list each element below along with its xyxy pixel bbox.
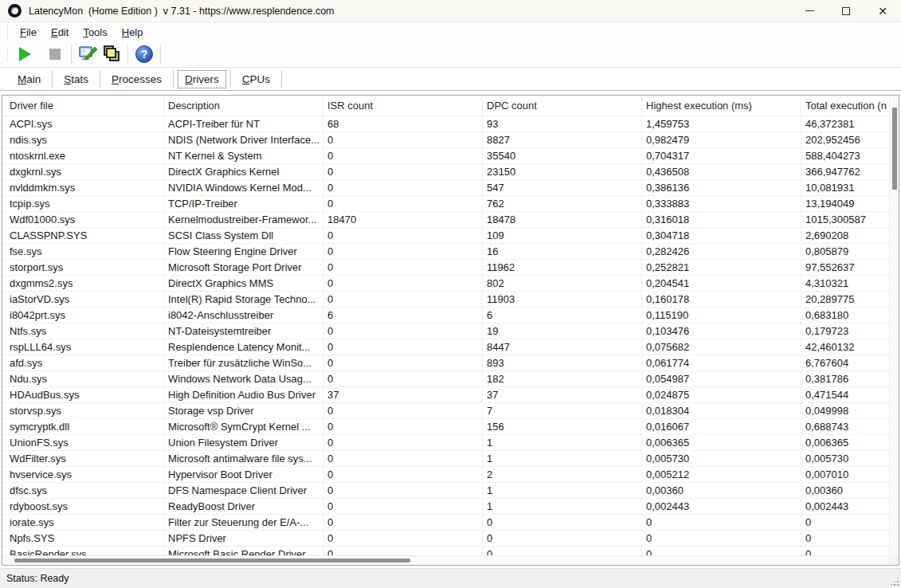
minimize-button[interactable] [791, 0, 828, 22]
column-header-total-execution[interactable]: Total execution (n [801, 96, 889, 116]
table-row[interactable]: storvsp.sysStorage vsp Driver070,0183040… [2, 403, 889, 419]
table-row[interactable]: iaStorVD.sysIntel(R) Rapid Storage Techn… [2, 292, 889, 308]
table-cell: 0,304718 [642, 228, 801, 244]
tab-processes[interactable]: Processes [105, 71, 168, 88]
table-cell: SCSI Class System Dll [164, 228, 323, 244]
table-cell: rspLLL64.sys [2, 339, 164, 355]
tab-separator [52, 70, 53, 88]
toolbar-separator [71, 45, 72, 64]
table-row[interactable]: BasicRender.sysMicrosoft Basic Render Dr… [2, 547, 889, 555]
table-cell: 1,459753 [642, 116, 801, 132]
vertical-scrollbar[interactable] [889, 96, 899, 555]
table-row[interactable]: CLASSPNP.SYSSCSI Class System Dll01090,3… [2, 228, 889, 244]
table-cell: 0,016067 [642, 419, 801, 435]
table-row[interactable]: WdFilter.sysMicrosoft antimalware file s… [2, 451, 889, 467]
table-row[interactable]: Ndu.sysWindows Network Data Usag...01820… [2, 371, 889, 387]
tab-main[interactable]: Main [11, 71, 47, 88]
table-row[interactable]: rspLLL64.sysResplendence Latency Monit..… [2, 339, 889, 355]
table-cell: 0 [323, 244, 483, 260]
table-cell: Flow Steering Engine Driver [164, 244, 323, 260]
horizontal-scrollbar-thumb[interactable] [14, 559, 410, 563]
table-cell: 0 [323, 499, 483, 515]
table-cell: NPFS Driver [164, 531, 323, 547]
table-row[interactable]: ndis.sysNDIS (Network Driver Interface..… [2, 132, 889, 148]
tab-drivers[interactable]: Drivers [178, 71, 225, 88]
table-cell: 19 [483, 323, 642, 339]
window-title: LatencyMon (Home Edition ) v 7.31 - http… [29, 6, 335, 17]
table-row[interactable]: rdyboost.sysReadyBoost Driver010,0024430… [2, 499, 889, 515]
maximize-button[interactable] [828, 0, 864, 22]
help-button[interactable]: ? [132, 43, 156, 65]
table-cell: 0,436508 [642, 164, 801, 180]
vertical-scrollbar-thumb[interactable] [892, 108, 897, 190]
table-cell: 0,007010 [801, 467, 889, 483]
table-cell: 0,054987 [642, 371, 801, 387]
table-row[interactable]: Wdf01000.sysKernelmodustreiber-Framewor.… [2, 212, 889, 228]
close-button[interactable]: ✕ [864, 0, 901, 22]
table-row[interactable]: UnionFS.sysUnion Filesystem Driver010,00… [2, 435, 889, 451]
table-row[interactable]: dxgmms2.sysDirectX Graphics MMS08020,204… [2, 276, 889, 292]
start-monitor-button[interactable] [13, 43, 37, 65]
table-row[interactable]: Ntfs.sysNT-Dateisystemtreiber0190,103476… [2, 323, 889, 339]
table-cell: 10,081931 [801, 180, 889, 196]
table-row[interactable]: HDAudBus.sysHigh Definition Audio Bus Dr… [2, 387, 889, 403]
table-cell: 0 [323, 435, 483, 451]
table-cell: 1 [483, 451, 642, 467]
tab-separator [281, 70, 282, 88]
table-row[interactable]: fse.sysFlow Steering Engine Driver0160,2… [2, 244, 889, 260]
stop-monitor-button[interactable] [43, 43, 67, 65]
tab-stats[interactable]: Stats [57, 71, 95, 88]
menu-help[interactable]: Help [115, 25, 151, 40]
table-row[interactable]: ACPI.sysACPI-Treiber für NT68931,4597534… [2, 116, 889, 132]
table-row[interactable]: dxgkrnl.sysDirectX Graphics Kernel023150… [2, 164, 889, 180]
table-cell: 0,316018 [642, 212, 801, 228]
table-cell: 0 [801, 531, 889, 547]
table-row[interactable]: afd.sysTreiber für zusätzliche WinSo...0… [2, 355, 889, 371]
menu-tools[interactable]: Tools [76, 25, 114, 40]
column-header-highest-execution[interactable]: Highest execution (ms) [642, 96, 801, 116]
table-cell: NDIS (Network Driver Interface... [164, 132, 323, 148]
options-button[interactable] [76, 43, 100, 65]
menu-edit[interactable]: Edit [44, 25, 76, 40]
table-row[interactable]: hvservice.sysHypervisor Boot Driver020,0… [2, 467, 889, 483]
table-cell: 0,005730 [642, 451, 801, 467]
table-row[interactable]: tcpip.sysTCP/IP-Treiber07620,33388313,19… [2, 196, 889, 212]
table-cell: DirectX Graphics MMS [164, 276, 323, 292]
table-row[interactable]: storport.sysMicrosoft Storage Port Drive… [2, 260, 889, 276]
horizontal-scrollbar[interactable] [2, 555, 889, 565]
menu-file[interactable]: File [13, 25, 44, 40]
table-cell: 0 [483, 531, 642, 547]
table-cell: 8827 [483, 132, 642, 148]
table-cell: 18478 [483, 212, 642, 228]
table-row[interactable]: i8042prt.sysi8042-Anschlusstreiber660,11… [2, 308, 889, 323]
column-header-driver-file[interactable]: Driver file [2, 96, 164, 116]
column-header-isr-count[interactable]: ISR count [323, 96, 483, 116]
table-cell: 109 [483, 228, 642, 244]
table-cell: 547 [483, 180, 642, 196]
table-cell: 0,704317 [642, 148, 801, 164]
table-cell: 0,061774 [642, 355, 801, 371]
table-row[interactable]: Npfs.SYSNPFS Driver0000 [2, 531, 889, 547]
stay-on-top-button[interactable] [100, 43, 123, 65]
tab-cpus[interactable]: CPUs [236, 71, 276, 88]
resize-grip[interactable] [891, 578, 899, 586]
table-cell: 1 [483, 483, 642, 499]
column-header-description[interactable]: Description [164, 96, 323, 116]
table-row[interactable]: symcryptk.dllMicrosoft® SymCrypt Kernel … [2, 419, 889, 435]
table-row[interactable]: iorate.sysFilter zur Steuerung der E/A-.… [2, 515, 889, 531]
table-row[interactable]: ntoskrnl.exeNT Kernel & System0355400,70… [2, 148, 889, 164]
table-cell: afd.sys [2, 355, 164, 371]
table-cell: Npfs.SYS [2, 531, 164, 547]
table-row[interactable]: dfsc.sysDFS Namespace Client Driver010,0… [2, 483, 889, 499]
table-row[interactable]: nvlddmkm.sysNVIDIA Windows Kernel Mod...… [2, 180, 889, 196]
table-cell: 46,372381 [801, 116, 889, 132]
table-cell: 0 [323, 371, 483, 387]
driver-table-body: ACPI.sysACPI-Treiber für NT68931,4597534… [2, 116, 889, 555]
column-header-dpc-count[interactable]: DPC count [483, 96, 642, 116]
table-cell: 16 [483, 244, 642, 260]
table-cell: 0 [323, 228, 483, 244]
table-cell: 0 [323, 323, 483, 339]
table-cell: 0,005730 [801, 451, 889, 467]
table-cell: High Definition Audio Bus Driver [164, 387, 323, 403]
table-cell: storvsp.sys [2, 403, 164, 419]
